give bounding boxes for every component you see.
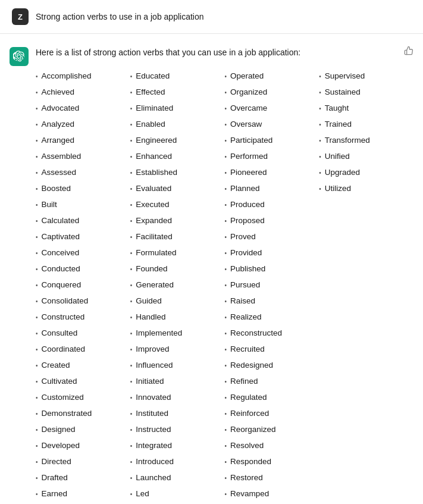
verb-label: Conceived [42, 246, 80, 261]
bullet-icon: • [36, 328, 38, 340]
bullet-icon: • [130, 296, 133, 308]
verb-label: Enabled [136, 117, 165, 132]
verb-label: Produced [230, 198, 265, 212]
verb-label: Coordinated [42, 342, 86, 357]
bullet-icon: • [225, 248, 227, 259]
list-item: •Led [130, 486, 225, 502]
verb-label: Reinforced [230, 406, 269, 421]
bullet-icon: • [36, 345, 38, 356]
verb-label: Drafted [42, 471, 68, 486]
list-item: •Published [225, 261, 319, 277]
verb-label: Operated [230, 69, 264, 84]
list-item: •Created [36, 358, 130, 374]
verb-label: Regulated [230, 390, 267, 405]
verb-label: Cultivated [42, 374, 77, 389]
list-item: •Introduced [130, 454, 225, 470]
verb-label: Raised [230, 294, 255, 309]
bullet-icon: • [225, 473, 227, 484]
list-item: •Oversaw [225, 117, 319, 133]
bullet-icon: • [130, 473, 133, 484]
list-item: •Integrated [130, 438, 225, 454]
bullet-icon: • [225, 200, 227, 211]
bullet-icon: • [319, 168, 321, 179]
verb-label: Instituted [136, 406, 168, 421]
bullet-icon: • [130, 425, 133, 436]
list-item: •Unified [319, 149, 413, 165]
verb-label: Responded [230, 455, 271, 469]
list-item: •Provided [225, 245, 319, 261]
verb-label: Pioneered [230, 165, 267, 180]
bullet-icon: • [36, 184, 38, 195]
bullet-icon: • [36, 312, 38, 324]
list-item: •Expanded [130, 213, 225, 229]
verb-label: Evaluated [136, 181, 171, 196]
list-item: •Pursued [225, 277, 319, 293]
bullet-icon: • [130, 489, 133, 500]
bullet-icon: • [36, 361, 38, 372]
bullet-icon: • [319, 104, 321, 115]
bullet-icon: • [319, 120, 321, 131]
list-item: •Captivated [36, 229, 130, 245]
verb-label: Performed [230, 149, 268, 164]
verb-label: Published [230, 262, 265, 277]
verb-label: Customized [42, 390, 84, 405]
list-item: •Transformed [319, 133, 413, 149]
bullet-icon: • [36, 87, 38, 99]
bullet-icon: • [319, 87, 321, 99]
list-item: •Educated [130, 68, 225, 84]
bullet-icon: • [225, 441, 227, 452]
bullet-icon: • [225, 152, 227, 163]
bullet-icon: • [225, 71, 227, 83]
list-item: •Pioneered [225, 165, 319, 181]
thumbs-up-button[interactable] [404, 46, 413, 58]
bullet-icon: • [36, 120, 38, 131]
verb-label: Developed [42, 439, 80, 453]
list-item: •Designed [36, 422, 130, 438]
verb-label: Planned [230, 181, 260, 196]
verb-label: Founded [136, 262, 167, 277]
bullet-icon: • [225, 136, 227, 147]
verb-label: Arranged [42, 133, 75, 148]
bullet-icon: • [225, 104, 227, 115]
list-item: •Handled [130, 309, 225, 325]
list-item: •Customized [36, 390, 130, 406]
bullet-icon: • [130, 168, 133, 179]
bullet-icon: • [130, 361, 133, 372]
bullet-icon: • [36, 104, 38, 115]
bullet-icon: • [36, 296, 38, 308]
list-item: •Edited [36, 502, 130, 504]
list-item: •Reconstructed [225, 325, 319, 342]
list-item: •Cultivated [36, 374, 130, 390]
verb-label: Revamped [230, 487, 269, 502]
list-item: •Accomplished [36, 68, 130, 84]
verb-label: Consolidated [42, 294, 89, 309]
list-item: •Instituted [130, 406, 225, 422]
list-item: •Sustained [319, 84, 413, 101]
bullet-icon: • [225, 312, 227, 324]
list-item: •Enabled [130, 117, 225, 133]
list-item: •Raised [225, 293, 319, 309]
bullet-icon: • [36, 168, 38, 179]
verb-label: Pursued [230, 278, 260, 293]
bullet-icon: • [130, 312, 133, 324]
bullet-icon: • [130, 393, 133, 404]
list-item: •Coordinated [36, 342, 130, 358]
bullet-icon: • [130, 184, 133, 195]
verb-label: Calculated [42, 214, 80, 228]
list-item: •Participated [225, 133, 319, 149]
list-item: •Restored [225, 470, 319, 486]
list-item: •Initiated [130, 374, 225, 390]
list-item: •Reorganized [225, 422, 319, 438]
list-item: •Improved [130, 342, 225, 358]
list-item: •Consulted [36, 325, 130, 342]
bullet-icon: • [130, 120, 133, 131]
verb-label: Generated [136, 278, 174, 293]
list-item: •Planned [225, 181, 319, 197]
list-item: •Realized [225, 309, 319, 325]
bullet-icon: • [36, 264, 38, 276]
bullet-icon: • [36, 457, 38, 468]
verb-label: Engineered [136, 133, 177, 148]
bullet-icon: • [319, 71, 321, 83]
verb-label: Redesigned [230, 358, 273, 373]
verb-label: Facilitated [136, 230, 173, 245]
